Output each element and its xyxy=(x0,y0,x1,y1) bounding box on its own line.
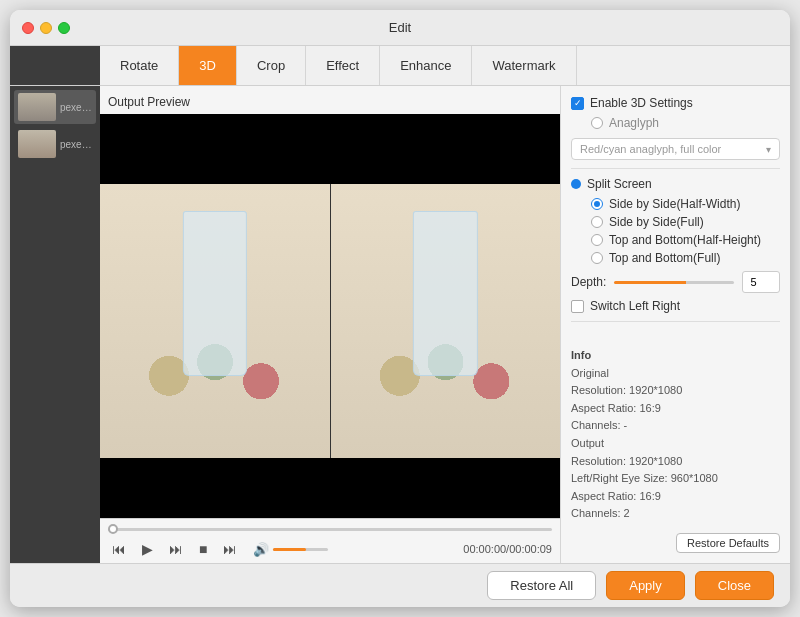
volume-track[interactable] xyxy=(273,548,328,551)
volume-icon[interactable]: 🔊 xyxy=(253,542,269,557)
tab-enhance[interactable]: Enhance xyxy=(380,46,472,85)
video-content xyxy=(100,184,560,458)
controls-bar: ⏮ ▶ ⏭ ■ ⏭ 🔊 00:00:00/00:00:09 xyxy=(100,518,560,563)
aspect-ratio-orig: Aspect Ratio: 16:9 xyxy=(571,400,780,418)
enable-3d-checkbox[interactable] xyxy=(571,97,584,110)
switch-lr-label: Switch Left Right xyxy=(590,299,680,313)
sidebar-item-1[interactable]: pexels-ko... xyxy=(14,127,96,161)
content-area: pexels-jill-... pexels-ko... Output Prev… xyxy=(10,86,790,563)
divider-1 xyxy=(571,168,780,169)
depth-input[interactable] xyxy=(742,271,780,293)
depth-row: Depth: xyxy=(571,271,780,293)
glass-left xyxy=(183,211,247,375)
channels-orig: Channels: - xyxy=(571,417,780,435)
video-right-image xyxy=(331,184,561,458)
aspect-ratio-out: Aspect Ratio: 16:9 xyxy=(571,488,780,506)
split-screen-indicator xyxy=(571,179,581,189)
time-display: 00:00:00/00:00:09 xyxy=(463,543,552,555)
split-screen-header: Split Screen xyxy=(571,177,780,191)
output-label: Output xyxy=(571,435,780,453)
video-preview xyxy=(100,114,560,518)
eye-size: Left/Right Eye Size: 960*1080 xyxy=(571,470,780,488)
resolution-out: Resolution: 1920*1080 xyxy=(571,453,780,471)
original-label: Original xyxy=(571,365,780,383)
radio-top-full-btn[interactable] xyxy=(591,252,603,264)
restore-defaults-button[interactable]: Restore Defaults xyxy=(676,533,780,553)
depth-slider-wrap xyxy=(614,281,734,284)
window-title: Edit xyxy=(389,20,411,35)
volume-fill xyxy=(273,548,306,551)
maximize-window-button[interactable] xyxy=(58,22,70,34)
video-left-image xyxy=(100,184,330,458)
enable-3d-label: Enable 3D Settings xyxy=(590,96,693,110)
radio-side-half-label: Side by Side(Half-Width) xyxy=(609,197,740,211)
radio-top-half-btn[interactable] xyxy=(591,234,603,246)
radio-side-full-btn[interactable] xyxy=(591,216,603,228)
anaglyph-dropdown-value: Red/cyan anaglyph, full color xyxy=(580,143,721,155)
radio-top-half-label: Top and Bottom(Half-Height) xyxy=(609,233,761,247)
preview-label: Output Preview xyxy=(108,95,190,109)
sidebar-item-label-1: pexels-ko... xyxy=(60,139,92,150)
left-sidebar: pexels-jill-... pexels-ko... xyxy=(10,86,100,563)
video-black-top xyxy=(100,114,560,184)
thumbnail-1 xyxy=(18,130,56,158)
chevron-down-icon: ▾ xyxy=(766,144,771,155)
thumbnail-0 xyxy=(18,93,56,121)
apply-button[interactable]: Apply xyxy=(606,571,685,600)
volume-area: 🔊 xyxy=(253,542,328,557)
info-section: Info Original Resolution: 1920*1080 Aspe… xyxy=(571,347,780,523)
divider-2 xyxy=(571,321,780,322)
close-window-button[interactable] xyxy=(22,22,34,34)
info-title: Info xyxy=(571,347,780,365)
close-button[interactable]: Close xyxy=(695,571,774,600)
switch-lr-checkbox[interactable] xyxy=(571,300,584,313)
stop-button[interactable]: ■ xyxy=(195,539,211,559)
sidebar-item-label-0: pexels-jill-... xyxy=(60,102,92,113)
playback-controls: ⏮ ▶ ⏭ ■ ⏭ 🔊 00:00:00/00:00:09 xyxy=(108,539,552,559)
play-button[interactable]: ▶ xyxy=(138,539,157,559)
title-bar: Edit xyxy=(10,10,790,46)
enable-3d-row[interactable]: Enable 3D Settings xyxy=(571,96,780,110)
preview-area: Output Preview xyxy=(100,86,560,563)
radio-side-full[interactable]: Side by Side(Full) xyxy=(587,215,780,229)
bottom-bar: Restore All Apply Close xyxy=(10,563,790,607)
next-frame-button[interactable]: ⏭ xyxy=(165,539,187,559)
glass-right xyxy=(413,211,477,375)
skip-forward-button[interactable]: ⏭ xyxy=(219,539,241,559)
anaglyph-label: Anaglyph xyxy=(609,116,659,130)
radio-side-full-label: Side by Side(Full) xyxy=(609,215,704,229)
tab-rotate[interactable]: Rotate xyxy=(100,46,179,85)
radio-side-half-btn[interactable] xyxy=(591,198,603,210)
anaglyph-radio[interactable] xyxy=(591,117,603,129)
progress-track[interactable] xyxy=(108,528,552,531)
right-panel: Enable 3D Settings Anaglyph Red/cyan ana… xyxy=(560,86,790,563)
tab-watermark[interactable]: Watermark xyxy=(472,46,576,85)
tab-bar: Rotate 3D Crop Effect Enhance Watermark xyxy=(10,46,790,86)
progress-thumb[interactable] xyxy=(108,524,118,534)
anaglyph-row: Anaglyph xyxy=(571,116,780,130)
main-window: Edit Rotate 3D Crop Effect Enhance Water… xyxy=(10,10,790,607)
radio-side-half[interactable]: Side by Side(Half-Width) xyxy=(587,197,780,211)
radio-group-split: Side by Side(Half-Width) Side by Side(Fu… xyxy=(571,197,780,265)
traffic-lights xyxy=(22,22,70,34)
preview-label-bar: Output Preview xyxy=(100,86,560,114)
video-left-half xyxy=(100,184,331,458)
split-screen-label: Split Screen xyxy=(587,177,652,191)
tab-3d[interactable]: 3D xyxy=(179,46,237,85)
resolution-orig: Resolution: 1920*1080 xyxy=(571,382,780,400)
switch-lr-row[interactable]: Switch Left Right xyxy=(571,299,780,313)
radio-top-full[interactable]: Top and Bottom(Full) xyxy=(587,251,780,265)
anaglyph-dropdown[interactable]: Red/cyan anaglyph, full color ▾ xyxy=(571,138,780,160)
restore-all-button[interactable]: Restore All xyxy=(487,571,596,600)
radio-top-full-label: Top and Bottom(Full) xyxy=(609,251,720,265)
progress-bar-wrap[interactable] xyxy=(108,523,552,535)
minimize-window-button[interactable] xyxy=(40,22,52,34)
video-black-bottom xyxy=(100,458,560,518)
tab-effect[interactable]: Effect xyxy=(306,46,380,85)
skip-back-button[interactable]: ⏮ xyxy=(108,539,130,559)
depth-slider[interactable] xyxy=(614,281,734,284)
tab-crop[interactable]: Crop xyxy=(237,46,306,85)
depth-label: Depth: xyxy=(571,275,606,289)
radio-top-half[interactable]: Top and Bottom(Half-Height) xyxy=(587,233,780,247)
sidebar-item-0[interactable]: pexels-jill-... xyxy=(14,90,96,124)
